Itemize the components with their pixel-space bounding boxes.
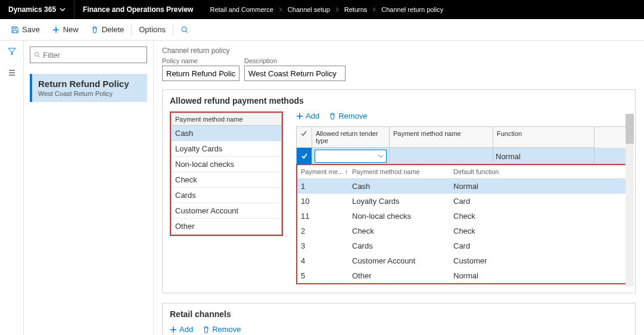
funnel-icon[interactable] <box>7 46 17 56</box>
new-button[interactable]: New <box>46 19 85 40</box>
plus-icon <box>52 26 60 34</box>
description-input[interactable] <box>244 66 346 81</box>
pm-row[interactable]: Other <box>172 219 281 234</box>
new-label: New <box>63 25 79 34</box>
search-button[interactable] <box>175 19 195 40</box>
pm-row[interactable]: Cash <box>172 126 281 141</box>
action-toolbar: Save New Delete Options <box>0 19 644 41</box>
cell-payment-method <box>390 148 493 165</box>
lookup-row[interactable]: 11Non-local checksCheck <box>297 209 627 224</box>
remove-label: Remove <box>338 111 367 120</box>
pm-row[interactable]: Loyalty Cards <box>172 141 281 157</box>
page-caption: Channel return policy <box>162 46 636 55</box>
lookup-row[interactable]: 4Customer AccountCustomer <box>297 253 627 268</box>
filter-input-wrapper[interactable] <box>30 46 147 63</box>
top-bar: Dynamics 365 Finance and Operations Prev… <box>0 0 644 19</box>
list-item-selected[interactable]: Return Refund Policy West Coast Return P… <box>30 74 147 102</box>
add-button[interactable]: Add <box>296 111 319 120</box>
main-content: Channel return policy Policy name Descri… <box>154 41 644 335</box>
list-item-subtitle: West Coast Return Policy <box>38 90 141 97</box>
grid-row[interactable]: Normal <box>297 148 627 165</box>
breadcrumb-item[interactable]: Channel setup <box>288 6 330 13</box>
lookup-dropdown-grid: Payment me... ↑ Payment method name Defa… <box>296 164 628 284</box>
delete-label: Delete <box>102 25 125 34</box>
pm-row[interactable]: Customer Account <box>172 203 281 219</box>
policy-name-label: Policy name <box>162 57 239 64</box>
pm-row[interactable]: Cards <box>172 188 281 203</box>
scrollbar[interactable] <box>626 114 634 287</box>
environment-label: Finance and Operations Preview <box>74 0 201 19</box>
chevron-right-icon <box>278 7 283 12</box>
save-button[interactable]: Save <box>5 19 46 40</box>
sort-asc-icon: ↑ <box>345 168 349 175</box>
svg-point-0 <box>182 27 186 32</box>
lookup-row[interactable]: 3CardsCard <box>297 238 627 253</box>
plus-icon <box>170 326 177 333</box>
lookup-row[interactable]: 1CashNormal <box>297 179 627 194</box>
payment-method-list: Payment method name Cash Loyalty Cards N… <box>170 111 283 236</box>
pm-row[interactable]: Non-local checks <box>172 157 281 172</box>
checkbox-header[interactable] <box>297 127 312 148</box>
search-icon <box>34 51 41 58</box>
search-icon <box>181 26 189 34</box>
cell-function: Normal <box>493 148 595 165</box>
left-rail <box>0 41 24 335</box>
separator <box>173 23 173 36</box>
breadcrumb-item[interactable]: Retail and Commerce <box>210 6 273 13</box>
list-pane: Return Refund Policy West Coast Return P… <box>24 41 154 335</box>
lookup-col-header[interactable]: Payment me... ↑ <box>301 168 352 175</box>
chevron-right-icon <box>372 7 377 12</box>
remove-button[interactable]: Remove <box>203 325 241 334</box>
trash-icon <box>203 326 210 333</box>
lookup-row[interactable]: 2CheckCheck <box>297 224 627 238</box>
add-button[interactable]: Add <box>170 325 193 334</box>
breadcrumb: Retail and Commerce Channel setup Return… <box>201 6 443 13</box>
return-tender-grid: Allowed return tender type Payment metho… <box>296 126 628 165</box>
col-header[interactable]: Function <box>493 127 595 148</box>
policy-name-input[interactable] <box>162 66 239 81</box>
section-retail-channels: Retail channels Add Remove Name Operatin… <box>162 303 636 335</box>
breadcrumb-item[interactable]: Returns <box>344 6 368 13</box>
save-label: Save <box>22 25 40 34</box>
description-label: Description <box>244 57 346 64</box>
plus-icon <box>296 113 303 120</box>
list-item-title: Return Refund Policy <box>38 79 141 89</box>
section-title: Retail channels <box>170 309 628 319</box>
list-icon[interactable] <box>7 68 17 77</box>
col-header[interactable]: Allowed return tender type <box>312 127 390 148</box>
lookup-col-header[interactable]: Payment method name <box>352 168 453 175</box>
tender-type-dropdown[interactable] <box>315 150 387 163</box>
trash-icon <box>329 113 336 120</box>
trash-icon <box>91 26 99 34</box>
section-allowed-refund: Allowed refund payment methods Payment m… <box>162 89 636 293</box>
product-name: Dynamics 365 <box>8 5 56 14</box>
add-label: Add <box>179 325 193 334</box>
lookup-row[interactable]: 5OtherNormal <box>297 268 627 283</box>
lookup-row[interactable]: 10Loyalty CardsCard <box>297 194 627 209</box>
svg-point-1 <box>35 52 38 56</box>
pm-header[interactable]: Payment method name <box>172 113 281 126</box>
chevron-down-icon <box>60 7 66 13</box>
product-switcher[interactable]: Dynamics 365 <box>0 0 74 19</box>
remove-button[interactable]: Remove <box>329 111 367 120</box>
col-header[interactable]: Payment method name <box>390 127 493 148</box>
section-title: Allowed refund payment methods <box>170 96 628 106</box>
add-label: Add <box>306 111 319 120</box>
remove-label: Remove <box>212 325 241 334</box>
chevron-right-icon <box>335 7 340 12</box>
options-button[interactable]: Options <box>133 19 172 40</box>
breadcrumb-item[interactable]: Channel return policy <box>381 6 443 13</box>
chevron-down-icon <box>378 153 384 159</box>
row-checkbox[interactable] <box>297 148 312 165</box>
save-icon <box>11 26 19 34</box>
filter-input[interactable] <box>43 51 143 60</box>
pm-row[interactable]: Check <box>172 172 281 188</box>
options-label: Options <box>139 25 166 34</box>
separator <box>131 23 132 36</box>
delete-button[interactable]: Delete <box>85 19 130 40</box>
lookup-col-header[interactable]: Default function <box>453 168 525 175</box>
